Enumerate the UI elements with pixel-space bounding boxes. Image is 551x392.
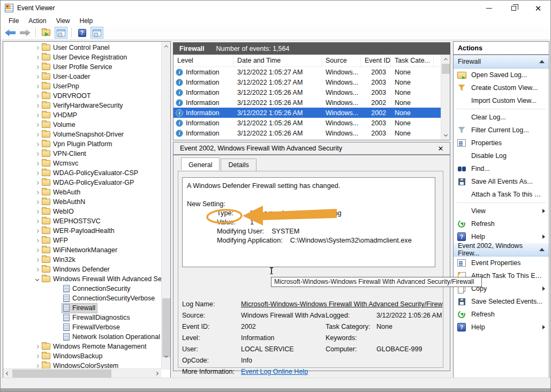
- column-header-level[interactable]: Level: [173, 55, 233, 66]
- event-row[interactable]: iInformation 3/12/2022 1:05:26 AM Window…: [173, 97, 450, 108]
- menu-item[interactable]: View: [51, 16, 75, 26]
- action-item[interactable]: Save All Events As...: [454, 175, 549, 188]
- tree-expander[interactable]: [33, 66, 41, 69]
- tree-item[interactable]: WiFiNetworkManager: [3, 245, 161, 255]
- scroll-right-button[interactable]: [152, 369, 161, 378]
- tree-item[interactable]: VerifyHardwareSecurity: [3, 101, 161, 110]
- tree-expander[interactable]: [33, 143, 41, 146]
- details-close-button[interactable]: ✕: [436, 145, 446, 153]
- tree-item-inner[interactable]: FirewallDiagnostics: [62, 313, 132, 322]
- event-row[interactable]: iInformation 3/12/2022 1:05:26 AM Window…: [173, 87, 450, 97]
- tree-item-inner[interactable]: FirewallVerbose: [62, 323, 122, 332]
- tree-item-inner[interactable]: WebAuthN: [41, 198, 87, 207]
- tree-item[interactable]: Windows Remote Management: [3, 342, 161, 351]
- tree-item-inner[interactable]: WindowsBackup: [41, 352, 104, 361]
- tree-item[interactable]: VDRVROOT: [3, 91, 161, 101]
- tree-item[interactable]: Firewall: [3, 303, 161, 313]
- tree-item-inner[interactable]: User Device Registration: [41, 53, 129, 62]
- tree-expander[interactable]: [33, 114, 41, 117]
- tree-item[interactable]: WFP: [3, 236, 161, 245]
- tree-expander[interactable]: [33, 230, 41, 232]
- tree-item-inner[interactable]: VPN-Client: [41, 149, 88, 159]
- tree-item[interactable]: VPN-Client: [3, 149, 161, 159]
- tree-expander[interactable]: [33, 56, 41, 59]
- tree-expander[interactable]: [33, 355, 41, 358]
- tree-item[interactable]: WebAuthN: [3, 197, 161, 207]
- tree-item-inner[interactable]: UserPnp: [41, 82, 81, 91]
- tree-item[interactable]: Windows Firewall With Advanced Sec: [3, 274, 161, 284]
- tree-item-inner[interactable]: ConnectionSecurity: [62, 284, 132, 293]
- tree-item-inner[interactable]: VerifyHardwareSecurity: [41, 101, 125, 110]
- tree-expander[interactable]: [33, 268, 41, 271]
- tree-expander[interactable]: [33, 172, 41, 175]
- tree-item[interactable]: VolumeSnapshot-Driver: [3, 130, 161, 139]
- tree-expander[interactable]: [33, 47, 41, 49]
- tree-item-inner[interactable]: WER-PayloadHealth: [41, 227, 116, 236]
- tree-expander[interactable]: [55, 297, 62, 300]
- event-row[interactable]: iInformation 3/12/2022 1:05:26 AM Window…: [173, 118, 450, 128]
- tree-expander[interactable]: [33, 153, 41, 155]
- tree-expander[interactable]: [33, 104, 41, 107]
- action-item[interactable]: [454, 201, 549, 205]
- tab[interactable]: General: [181, 157, 220, 170]
- tree-item[interactable]: WebAuth: [3, 187, 161, 197]
- tree-item[interactable]: FirewallVerbose: [3, 322, 161, 332]
- tree-item[interactable]: WEPHOSTSVC: [3, 216, 161, 226]
- help-button[interactable]: ?: [76, 27, 88, 39]
- menu-item[interactable]: Action: [24, 16, 51, 26]
- scroll-up-button[interactable]: [441, 55, 450, 64]
- tree-item-inner[interactable]: WFP: [41, 236, 70, 245]
- tree-item-inner[interactable]: Volume: [41, 120, 77, 130]
- tree-item-inner[interactable]: WDAG-PolicyEvaluator-CSP: [41, 169, 140, 178]
- firewall-section-header[interactable]: Firewall: [454, 55, 549, 69]
- tree-item-inner[interactable]: Windows Firewall With Advanced Sec: [41, 275, 161, 284]
- tree-expander[interactable]: [33, 124, 41, 126]
- tree-hscroll-thumb[interactable]: [12, 370, 111, 378]
- tree-item-inner[interactable]: Wcmsvc: [41, 159, 80, 168]
- scroll-left-button[interactable]: [3, 369, 12, 378]
- scroll-down-button[interactable]: [162, 351, 171, 360]
- tree-item-inner[interactable]: Vpn Plugin Platform: [41, 140, 114, 149]
- tree-expander[interactable]: [33, 162, 41, 165]
- tab[interactable]: Details: [221, 159, 256, 171]
- tree-expander[interactable]: [33, 239, 41, 242]
- tree-horizontal-scrollbar[interactable]: [3, 368, 161, 378]
- tree-item-inner[interactable]: WEPHOSTSVC: [41, 217, 102, 226]
- tree-item-inner[interactable]: WindowsColorSystem: [41, 361, 120, 369]
- column-header-source[interactable]: Source: [322, 55, 361, 66]
- tree-item[interactable]: WindowsColorSystem: [3, 361, 161, 368]
- tree-item[interactable]: Windows Defender: [3, 265, 161, 274]
- action-item[interactable]: Find...: [454, 162, 549, 175]
- action-item[interactable]: Attach a Task To this L...: [454, 188, 549, 201]
- tree-item-inner[interactable]: VHDMP: [41, 111, 79, 120]
- tree-vertical-scrollbar[interactable]: [161, 42, 170, 370]
- event-row[interactable]: iInformation 3/12/2022 1:05:27 AM Window…: [173, 77, 450, 87]
- tree-item-inner[interactable]: VDRVROOT: [41, 92, 93, 101]
- tree-item[interactable]: User Profile Service: [3, 62, 161, 72]
- restore-button[interactable]: [501, 1, 526, 16]
- tree-expander[interactable]: [33, 95, 41, 97]
- tree-item-inner[interactable]: WDAG-PolicyEvaluator-GP: [41, 178, 135, 187]
- action-item[interactable]: Filter Current Log...: [454, 124, 549, 137]
- show-console-tree-button[interactable]: [55, 27, 67, 39]
- tree-expander[interactable]: [33, 365, 41, 367]
- tree-item[interactable]: WindowsBackup: [3, 351, 161, 361]
- tree-expander[interactable]: [33, 182, 41, 184]
- tree-item-inner[interactable]: VolumeSnapshot-Driver: [41, 130, 125, 139]
- tree-expander[interactable]: [33, 345, 41, 348]
- tree-item[interactable]: WDAG-PolicyEvaluator-CSP: [3, 168, 161, 178]
- action-item[interactable]: Properties: [454, 137, 549, 149]
- tree-item[interactable]: Volume: [3, 120, 161, 130]
- tree-expander[interactable]: [33, 210, 41, 213]
- tree-item[interactable]: VHDMP: [3, 110, 161, 120]
- tree-item-inner[interactable]: WebAuth: [41, 188, 82, 197]
- tree-item[interactable]: WER-PayloadHealth: [3, 226, 161, 236]
- open-saved-log-button[interactable]: [40, 27, 52, 39]
- tree-item[interactable]: UserPnp: [3, 81, 161, 91]
- tree-item[interactable]: Vpn Plugin Platform: [3, 139, 161, 149]
- tree-item[interactable]: Network Isolation Operational: [3, 332, 161, 342]
- tree-item-inner[interactable]: WiFiNetworkManager: [41, 246, 119, 255]
- tree-expander[interactable]: [55, 326, 62, 329]
- column-header-task-category[interactable]: Task Cate...: [391, 55, 434, 66]
- tree-item-inner[interactable]: Win32k: [41, 255, 77, 265]
